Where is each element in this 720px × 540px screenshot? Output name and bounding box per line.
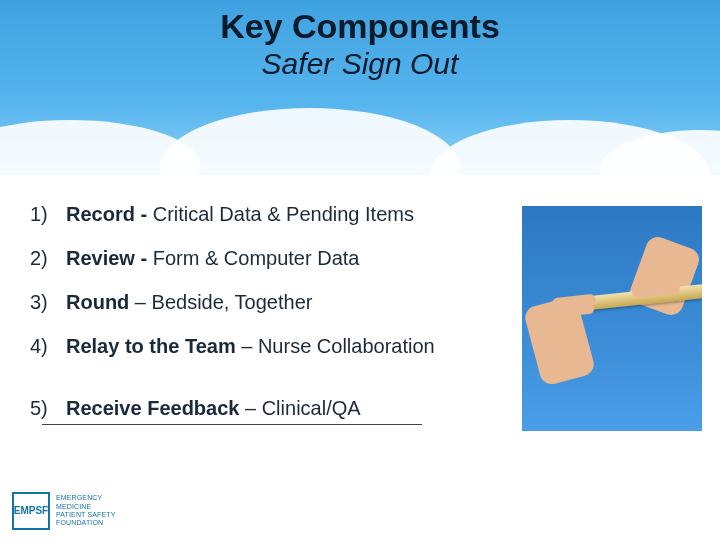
- item-number: 3): [30, 290, 66, 314]
- list-item: 2) Review - Form & Computer Data: [30, 246, 470, 270]
- item-text: Relay to the Team – Nurse Collaboration: [66, 334, 435, 358]
- slide-subtitle: Safer Sign Out: [0, 47, 720, 80]
- item-bold: Round: [66, 291, 129, 313]
- item-rest: Critical Data & Pending Items: [153, 203, 414, 225]
- empsf-logo: EMPSF EMERGENCY MEDICINE PATIENT SAFETY …: [12, 492, 116, 530]
- divider-line: [42, 424, 422, 425]
- item-rest: – Bedside, Together: [129, 291, 312, 313]
- cloud-icon: [160, 108, 460, 175]
- logo-line: MEDICINE: [56, 503, 116, 511]
- title-block: Key Components Safer Sign Out: [0, 8, 720, 80]
- item-number: 1): [30, 202, 66, 226]
- slide-title: Key Components: [0, 8, 720, 45]
- item-bold: Receive Feedback: [66, 397, 239, 419]
- logo-line: PATIENT SAFETY: [56, 511, 116, 519]
- baton-handoff-image: [522, 206, 702, 431]
- item-number: 5): [30, 396, 66, 420]
- list-item: 4) Relay to the Team – Nurse Collaborati…: [30, 334, 470, 358]
- item-rest: – Nurse Collaboration: [236, 335, 435, 357]
- list-item: 1) Record - Critical Data & Pending Item…: [30, 202, 470, 226]
- bullet-list: 1) Record - Critical Data & Pending Item…: [30, 202, 470, 440]
- item-bold: Review -: [66, 247, 153, 269]
- item-rest: Form & Computer Data: [153, 247, 360, 269]
- logo-line: EMERGENCY: [56, 494, 116, 502]
- logo-text: EMERGENCY MEDICINE PATIENT SAFETY FOUNDA…: [56, 494, 116, 528]
- item-text: Review - Form & Computer Data: [66, 246, 359, 270]
- item-bold: Relay to the Team: [66, 335, 236, 357]
- list-item: 3) Round – Bedside, Together: [30, 290, 470, 314]
- item-number: 2): [30, 246, 66, 270]
- item-text: Round – Bedside, Together: [66, 290, 312, 314]
- item-bold: Record -: [66, 203, 153, 225]
- item-number: 4): [30, 334, 66, 358]
- item-rest: – Clinical/QA: [239, 397, 360, 419]
- list-item: 5) Receive Feedback – Clinical/QA: [30, 396, 470, 420]
- logo-line: FOUNDATION: [56, 519, 116, 527]
- item-text: Record - Critical Data & Pending Items: [66, 202, 414, 226]
- item-text: Receive Feedback – Clinical/QA: [66, 396, 361, 420]
- slide: Key Components Safer Sign Out 1) Record …: [0, 0, 720, 540]
- logo-mark: EMPSF: [12, 492, 50, 530]
